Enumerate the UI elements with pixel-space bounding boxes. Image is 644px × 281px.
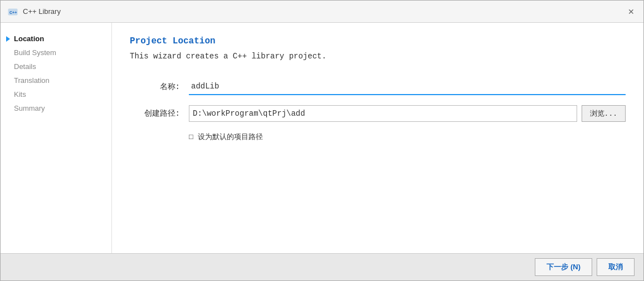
content-panel: Project Location This wizard creates a C… — [112, 23, 643, 253]
name-form-row: 名称: — [130, 78, 626, 95]
sidebar-item-label: Translation — [14, 76, 50, 85]
name-input[interactable] — [189, 78, 626, 95]
cpp-library-icon: C++ — [7, 6, 18, 17]
sidebar-item-translation[interactable]: Translation — [1, 73, 111, 87]
default-path-row: □ 设为默认的项目路径 — [189, 132, 626, 142]
name-label: 名称: — [130, 82, 180, 92]
sidebar-item-build-system[interactable]: Build System — [1, 46, 111, 60]
title-bar: C++ C++ Library ✕ — [1, 1, 643, 23]
content-description: This wizard creates a C++ library projec… — [130, 52, 626, 61]
footer: 下一步 (N) 取消 — [1, 253, 643, 280]
sidebar-item-details[interactable]: Details — [1, 60, 111, 73]
title-bar-left: C++ C++ Library — [7, 6, 61, 17]
default-path-label: □ 设为默认的项目路径 — [189, 132, 263, 142]
path-form-row: 创建路径: 浏览... — [130, 105, 626, 122]
sidebar-item-label: Build System — [14, 48, 56, 57]
sidebar-item-kits[interactable]: Kits — [1, 87, 111, 101]
sidebar-item-location[interactable]: Location — [1, 32, 111, 46]
title-text: C++ Library — [23, 7, 61, 16]
cancel-button[interactable]: 取消 — [597, 258, 635, 276]
path-input[interactable] — [189, 105, 577, 122]
sidebar-item-label: Summary — [14, 104, 45, 112]
sidebar-item-label: Location — [14, 34, 44, 43]
sidebar-item-summary[interactable]: Summary — [1, 101, 111, 115]
browse-button[interactable]: 浏览... — [582, 105, 626, 122]
content-title: Project Location — [130, 36, 626, 46]
dialog-window: C++ C++ Library ✕ Location Build System … — [0, 0, 644, 281]
main-content: Location Build System Details Translatio… — [1, 23, 643, 253]
sidebar: Location Build System Details Translatio… — [1, 23, 112, 253]
next-button[interactable]: 下一步 (N) — [535, 258, 592, 276]
close-button[interactable]: ✕ — [626, 6, 637, 17]
svg-text:C++: C++ — [9, 11, 17, 14]
sidebar-item-label: Kits — [14, 90, 26, 98]
path-label: 创建路径: — [130, 109, 180, 119]
sidebar-item-label: Details — [14, 62, 36, 71]
